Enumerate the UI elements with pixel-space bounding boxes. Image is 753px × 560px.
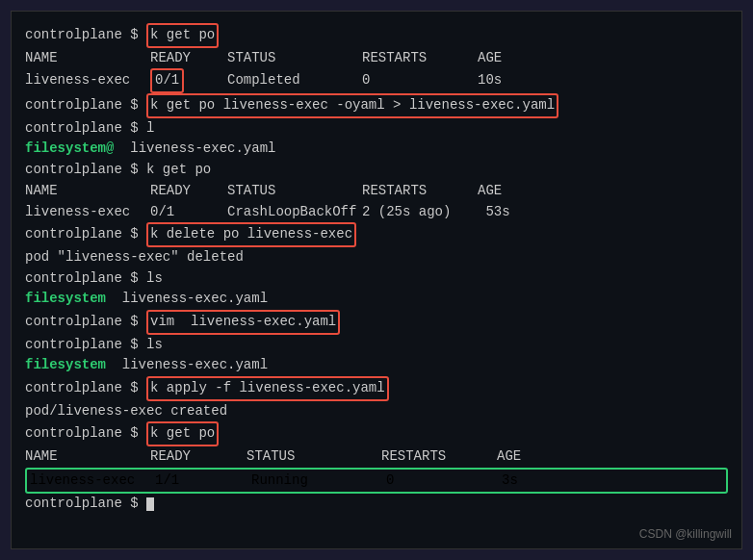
- pod-row-green: liveness-exec1/1Running03s: [25, 468, 728, 495]
- prompt: controlplane $ ls: [25, 335, 163, 356]
- command-highlight-3: k delete po liveness-exec: [146, 222, 356, 247]
- pod-name: liveness-exec: [25, 202, 150, 223]
- pod-restarts: 0: [362, 70, 478, 91]
- filesystem-label: filesystem: [25, 355, 106, 376]
- command-highlight: k get po: [146, 23, 219, 48]
- command-highlight-5: k apply -f liveness-exec.yaml: [146, 376, 389, 401]
- output-line-1: pod "liveness-exec" deleted: [25, 247, 728, 268]
- ready-badge: 0/1: [150, 68, 184, 93]
- pod-ready: 0/1: [150, 202, 227, 223]
- col-restarts-header: RESTARTS: [362, 48, 478, 69]
- terminal-line-6: controlplane $ ls: [25, 268, 728, 290]
- prompt-ls: controlplane $ l: [25, 118, 154, 140]
- prompt: controlplane $: [25, 25, 146, 46]
- pod-status: CrashLoopBackOff: [227, 202, 362, 223]
- pod-restarts: 2 (25s ago): [362, 202, 478, 223]
- col-ready-header: READY: [150, 446, 247, 468]
- col-age-header: AGE: [478, 48, 502, 69]
- pod-name: liveness-exec: [30, 471, 155, 492]
- col-restarts-header: RESTARTS: [362, 181, 478, 202]
- terminal-prompt-line: controlplane $: [25, 494, 728, 515]
- pod-restarts: 0: [386, 471, 502, 492]
- table-header: NAMEREADYSTATUSRESTARTSAGE: [25, 48, 728, 69]
- pod-age: 3s: [502, 471, 518, 492]
- col-status-header: STATUS: [247, 446, 381, 468]
- prompt: controlplane $: [25, 378, 146, 399]
- prompt: controlplane $ k get po: [25, 160, 211, 181]
- pod-row-2: liveness-exec0/1 CrashLoopBackOff2 (25s …: [25, 202, 728, 223]
- table-header-2: NAMEREADYSTATUSRESTARTSAGE: [25, 181, 728, 202]
- col-name-header: NAME: [25, 446, 150, 468]
- pod-name: liveness-exec: [25, 70, 150, 91]
- filesystem-file: liveness-exec.yaml: [106, 289, 268, 310]
- terminal-line-3: controlplane $ l: [25, 118, 728, 140]
- pod-status: Completed: [227, 70, 362, 91]
- pod-ready: 1/1: [155, 471, 251, 492]
- col-age-header: AGE: [497, 446, 521, 468]
- output-line-2: pod/liveness-exec created: [25, 401, 728, 422]
- filesystem-file: liveness-exec.yaml: [114, 139, 275, 160]
- pod-status: Running: [251, 471, 386, 492]
- prompt: controlplane $: [25, 95, 146, 116]
- cursor: [146, 497, 154, 511]
- terminal-line-8: controlplane $ ls: [25, 335, 728, 356]
- pod-age: 10s: [478, 70, 502, 91]
- col-status-header: STATUS: [227, 48, 362, 69]
- terminal-window: controlplane $ k get po NAMEREADYSTATUSR…: [11, 11, 742, 549]
- output-text: pod/liveness-exec created: [25, 401, 227, 422]
- col-name-header: NAME: [25, 48, 150, 69]
- terminal-line-10: controlplane $ k get po: [25, 421, 728, 446]
- terminal-line-4: controlplane $ k get po: [25, 160, 728, 181]
- pod-age: 53s: [478, 202, 510, 223]
- col-status-header: STATUS: [227, 181, 362, 202]
- filesystem-line-3: filesystem liveness-exec.yaml: [25, 355, 728, 376]
- terminal-line-5: controlplane $ k delete po liveness-exec: [25, 222, 728, 247]
- terminal-line: controlplane $ k get po: [25, 23, 728, 48]
- command-highlight-4: vim liveness-exec.yaml: [146, 310, 340, 335]
- filesystem-label: filesystem@: [25, 139, 114, 160]
- command-highlight-2: k get po liveness-exec -oyaml > liveness…: [146, 93, 558, 118]
- filesystem-label: filesystem: [25, 289, 106, 310]
- prompt: controlplane $: [25, 423, 146, 445]
- filesystem-line-1: filesystem@ liveness-exec.yaml: [25, 139, 728, 160]
- terminal-line-2: controlplane $ k get po liveness-exec -o…: [25, 93, 728, 118]
- col-age-header: AGE: [478, 181, 502, 202]
- col-restarts-header: RESTARTS: [381, 446, 497, 468]
- table-header-3: NAMEREADYSTATUSRESTARTSAGE: [25, 446, 728, 468]
- col-name-header: NAME: [25, 181, 150, 202]
- terminal-line-7: controlplane $ vim liveness-exec.yaml: [25, 310, 728, 335]
- filesystem-line-2: filesystem liveness-exec.yaml: [25, 289, 728, 310]
- prompt: controlplane $ ls: [25, 268, 163, 290]
- col-ready-header: READY: [150, 48, 227, 69]
- output-text: pod "liveness-exec" deleted: [25, 247, 244, 268]
- prompt: controlplane $: [25, 494, 146, 515]
- command-highlight-6: k get po: [146, 421, 219, 446]
- terminal-line-9: controlplane $ k apply -f liveness-exec.…: [25, 376, 728, 401]
- watermark: CSDN @killingwill: [639, 527, 732, 541]
- pod-ready: 0/1: [150, 68, 227, 93]
- prompt: controlplane $: [25, 312, 146, 333]
- filesystem-file: liveness-exec.yaml: [106, 355, 268, 376]
- prompt: controlplane $: [25, 224, 146, 245]
- col-ready-header: READY: [150, 181, 227, 202]
- pod-row-1: liveness-exec0/1 Completed010s: [25, 68, 728, 93]
